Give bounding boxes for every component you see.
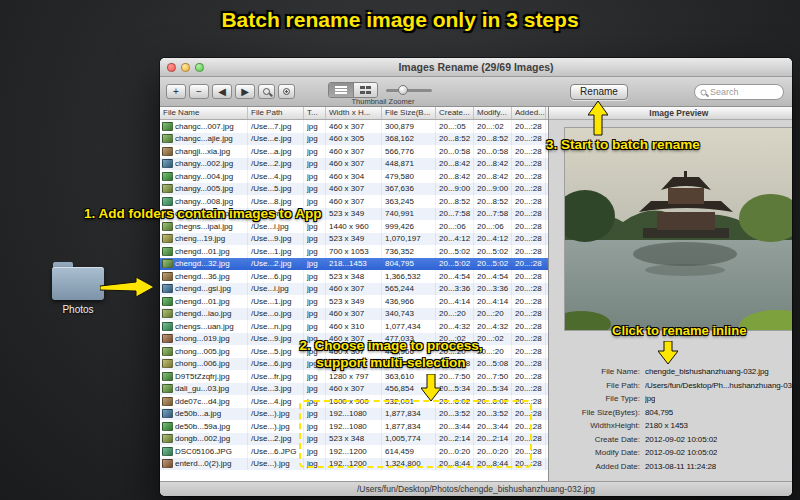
- table-row[interactable]: chengs...uan.jpg/Use...n.jpgjpg460 x 310…: [160, 320, 548, 333]
- table-row[interactable]: chengd...32.jpg/Use...2.jpgjpg218...1453…: [160, 258, 548, 271]
- preview-field: Create Date:2012-09-02 10:05:02: [549, 433, 792, 447]
- table-row[interactable]: chengd...01.jpg/Use...1.jpgjpg523 x 3494…: [160, 295, 548, 308]
- preview-field-value: 2013-08-11 11:24:28: [645, 462, 716, 471]
- grid-view-button[interactable]: [353, 83, 377, 97]
- search-icon: [701, 89, 707, 95]
- cell: /Use...2.jpg: [248, 158, 304, 171]
- table-row[interactable]: cheng...19.jpg/Use...9.jpgjpg523 x 3491,…: [160, 233, 548, 246]
- table-row[interactable]: chengd...iao.jpg/Use...o.jpgjpg460 x 307…: [160, 308, 548, 321]
- table-row[interactable]: chengd...01.jpg/Use...1.jpgjpg700 x 1053…: [160, 245, 548, 258]
- close-button[interactable]: [167, 63, 176, 72]
- cell: 20...5:02: [474, 258, 512, 271]
- cell: /Use...a.jpg: [248, 145, 304, 158]
- cell: 566,776: [382, 145, 436, 158]
- cell: 1,077,434: [382, 320, 436, 333]
- cell: 523 x 348: [326, 270, 382, 283]
- table-row[interactable]: changji...xia.jpg/Use...a.jpgjpg460 x 30…: [160, 145, 548, 158]
- table-row[interactable]: changy...004.jpg/Use...4.jpgjpg460 x 304…: [160, 170, 548, 183]
- cell: 20...4:54: [474, 270, 512, 283]
- cell: 20...:06: [436, 220, 474, 233]
- thumbnail: [162, 309, 173, 318]
- table-header: File NameFile PathT...Width x H...File S…: [160, 107, 548, 120]
- column-header[interactable]: Modify...: [474, 107, 512, 119]
- column-header[interactable]: File Name: [160, 107, 248, 119]
- column-header[interactable]: T...: [304, 107, 326, 119]
- cell: jpg: [304, 133, 326, 146]
- column-header[interactable]: File Size(B...: [382, 107, 436, 119]
- forward-button[interactable]: ▶: [235, 84, 255, 99]
- quicklook-button[interactable]: [258, 84, 275, 99]
- column-header[interactable]: File Path: [248, 107, 304, 119]
- cell: 740,991: [382, 208, 436, 221]
- table-row[interactable]: changy...005.jpg/Use...5.jpgjpg460 x 307…: [160, 183, 548, 196]
- table-row[interactable]: chengd...gsi.jpg/Use...i.jpgjpg460 x 307…: [160, 283, 548, 296]
- cell: 20...:28: [512, 120, 546, 133]
- cell: jpg: [304, 258, 326, 271]
- preview-field-value[interactable]: chengde_bishushanzhuang-032.jpg: [645, 367, 769, 376]
- cell: 20...:28: [512, 383, 546, 396]
- table-row[interactable]: chengd...36.jpg/Use...6.jpgjpg523 x 3481…: [160, 270, 548, 283]
- remove-button[interactable]: −: [189, 84, 209, 99]
- cell: jpg: [304, 383, 326, 396]
- cell: /Use...n.jpg: [248, 320, 304, 333]
- cell: 20...4:32: [474, 320, 512, 333]
- preview-field-label: WidthxHeight:: [549, 421, 645, 430]
- cell: 20...5:02: [474, 245, 512, 258]
- zoom-button[interactable]: [195, 63, 204, 72]
- cell: 20...7:58: [474, 208, 512, 221]
- thumbnail: [162, 359, 173, 368]
- cell: /Use...4.jpg: [248, 170, 304, 183]
- cell: 20...:28: [512, 333, 546, 346]
- search-field[interactable]: Search: [694, 84, 784, 100]
- cell: 460 x 307: [326, 158, 382, 171]
- cell: jpg: [304, 145, 326, 158]
- cell: 460 x 307: [326, 183, 382, 196]
- cell: /Use...).jpg: [248, 408, 304, 421]
- table-row[interactable]: dali_gu...03.jpg/Use...3.jpgjpg460 x 307…: [160, 383, 548, 396]
- thumbnail-zoom-slider[interactable]: [386, 89, 432, 92]
- thumbnail: [162, 397, 173, 406]
- cell: 20...4:14: [474, 295, 512, 308]
- preview-field: Modify Date:2012-09-02 10:05:02: [549, 446, 792, 460]
- cell: 20...8:42: [436, 158, 474, 171]
- table-row[interactable]: changc...007.jpg/Use...7.jpgjpg460 x 307…: [160, 120, 548, 133]
- cell: 20...9:00: [436, 183, 474, 196]
- minimize-button[interactable]: [181, 63, 190, 72]
- toolbar-round-buttons: [258, 84, 298, 99]
- thumbnail: [162, 434, 173, 443]
- column-header[interactable]: Width x H...: [326, 107, 382, 119]
- cell: /Use...6.jpg: [248, 270, 304, 283]
- photos-folder-icon[interactable]: Photos: [52, 260, 104, 320]
- cell: chengd...01.jpg: [160, 245, 248, 258]
- table-row[interactable]: D9T5tZzqfrj.jpg/Use...fr.jpgjpg1280 x 79…: [160, 370, 548, 383]
- cell: 20...5:34: [436, 383, 474, 396]
- arrow-inline-down-icon: [658, 341, 678, 365]
- preview-field: File Type:jpg: [549, 392, 792, 406]
- thumbnail: [162, 259, 173, 268]
- table-row[interactable]: changy...002.jpg/Use...2.jpgjpg460 x 307…: [160, 158, 548, 171]
- record-icon: [283, 88, 290, 95]
- rename-button[interactable]: Rename: [570, 84, 628, 100]
- thumbnail: [162, 459, 173, 468]
- thumbnail: [162, 234, 173, 243]
- slider-knob[interactable]: [398, 85, 408, 95]
- table-row[interactable]: changc...ajie.jpg/Use...e.jpgjpg460 x 30…: [160, 133, 548, 146]
- titlebar[interactable]: Images Rename (29/69 Images): [160, 58, 792, 77]
- cell: 460 x 307: [326, 283, 382, 296]
- action-button[interactable]: [278, 84, 295, 99]
- preview-pane: Image Preview: [548, 107, 792, 481]
- cell: 1440 x 960: [326, 220, 382, 233]
- cell: 460 x 307: [326, 145, 382, 158]
- annotation-step1: 1. Add folders contain images to App: [84, 206, 322, 221]
- column-header[interactable]: Added...: [512, 107, 546, 119]
- column-header[interactable]: Create...: [436, 107, 474, 119]
- view-switcher: [328, 82, 432, 98]
- arrow-step2-down-icon: [421, 374, 441, 402]
- cell: changy...002.jpg: [160, 158, 248, 171]
- back-button[interactable]: ◀: [212, 84, 232, 99]
- preview-field-label: File Size(Bytes):: [549, 408, 645, 417]
- list-view-button[interactable]: [329, 83, 353, 97]
- add-button[interactable]: +: [166, 84, 186, 99]
- cell: 20...0:58: [474, 145, 512, 158]
- table-row[interactable]: chegns...ipai.jpg/Use...i.jpgjpg1440 x 9…: [160, 220, 548, 233]
